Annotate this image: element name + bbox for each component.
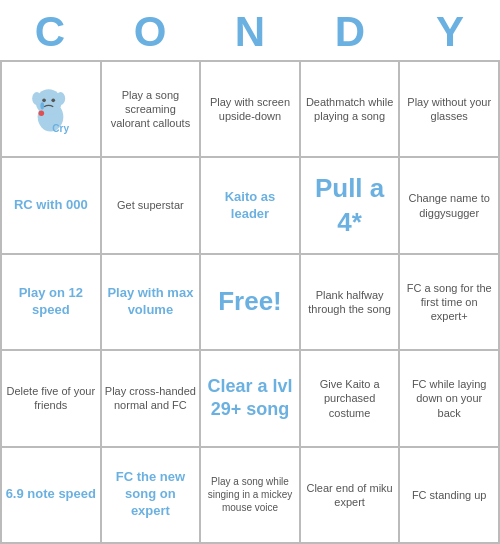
cell-r1c0: RC with 000 — [2, 158, 102, 254]
cry-icon: Cry — [23, 82, 78, 137]
header-C: C — [5, 8, 95, 56]
cell-r3c0: Delete five of your friends — [2, 351, 102, 447]
svg-point-2 — [43, 98, 47, 102]
cell-r3c1: Play cross-handed normal and FC — [102, 351, 202, 447]
header-Y: Y — [405, 8, 495, 56]
cell-r4c1: FC the new song on expert — [102, 448, 202, 544]
header-N: N — [205, 8, 295, 56]
header-O: O — [105, 8, 195, 56]
svg-point-7 — [39, 110, 45, 116]
cell-r3c4: FC while laying down on your back — [400, 351, 500, 447]
svg-point-5 — [32, 92, 41, 105]
cell-r1c2: Kaito as leader — [201, 158, 301, 254]
cell-r0c0: Cry — [2, 62, 102, 158]
cell-r2c0: Play on 12 speed — [2, 255, 102, 351]
cell-r4c0: 6.9 note speed — [2, 448, 102, 544]
cell-r0c3: Deathmatch while playing a song — [301, 62, 401, 158]
cell-r3c2: Clear a lvl 29+ song — [201, 351, 301, 447]
cell-r4c2: Play a song while singing in a mickey mo… — [201, 448, 301, 544]
cell-r0c2: Play with screen upside-down — [201, 62, 301, 158]
svg-point-4 — [41, 102, 45, 109]
bingo-header: C O N D Y — [0, 0, 500, 60]
svg-point-6 — [56, 92, 65, 105]
cell-r2c3: Plank halfway through the song — [301, 255, 401, 351]
cell-r2c2-free: Free! — [201, 255, 301, 351]
cell-r1c4: Change name to diggysugger — [400, 158, 500, 254]
cell-r4c3: Clear end of miku expert — [301, 448, 401, 544]
bingo-grid: Cry Play a song screaming valorant callo… — [0, 60, 500, 544]
cell-r2c1: Play with max volume — [102, 255, 202, 351]
cell-r0c1: Play a song screaming valorant callouts — [102, 62, 202, 158]
svg-point-3 — [52, 98, 56, 102]
cell-r3c3: Give Kaito a purchased costume — [301, 351, 401, 447]
cell-r0c4: Play without your glasses — [400, 62, 500, 158]
cell-r2c4: FC a song for the first time on expert+ — [400, 255, 500, 351]
cell-r1c3: Pull a 4* — [301, 158, 401, 254]
bingo-board: C O N D Y — [0, 0, 500, 544]
svg-text:Cry: Cry — [53, 123, 70, 134]
cell-r4c4: FC standing up — [400, 448, 500, 544]
cell-r1c1: Get superstar — [102, 158, 202, 254]
header-D: D — [305, 8, 395, 56]
